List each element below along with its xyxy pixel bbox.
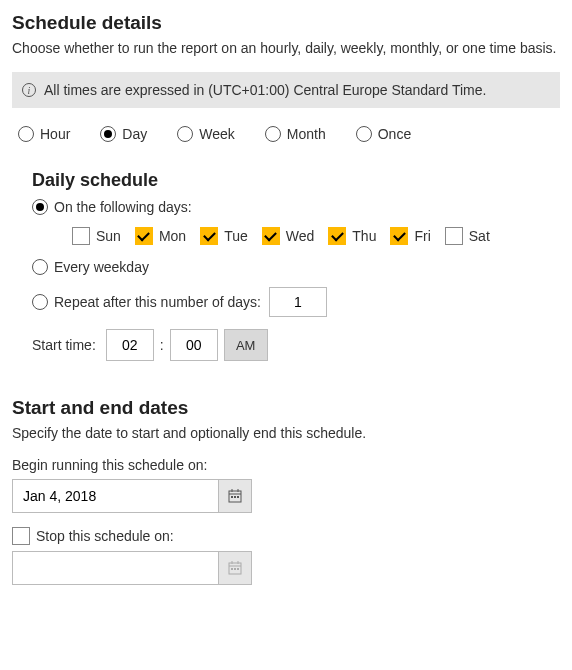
frequency-hour[interactable]: Hour xyxy=(18,126,70,142)
stop-date-field xyxy=(12,551,252,585)
frequency-radio-group: Hour Day Week Month Once xyxy=(12,126,560,142)
calendar-icon xyxy=(228,489,242,503)
repeat-days-input[interactable] xyxy=(269,287,327,317)
frequency-once[interactable]: Once xyxy=(356,126,411,142)
time-colon: : xyxy=(160,337,164,353)
day-sat-label: Sat xyxy=(469,228,490,244)
day-wed[interactable]: Wed xyxy=(262,227,315,245)
radio-icon xyxy=(100,126,116,142)
daily-schedule-section: Daily schedule On the following days: Su… xyxy=(12,170,560,361)
timezone-info-text: All times are expressed in (UTC+01:00) C… xyxy=(44,82,486,98)
start-end-dates-description: Specify the date to start and optionally… xyxy=(12,425,560,441)
svg-rect-13 xyxy=(237,568,239,570)
begin-date-field xyxy=(12,479,252,513)
day-wed-label: Wed xyxy=(286,228,315,244)
schedule-details-description: Choose whether to run the report on an h… xyxy=(12,40,560,56)
start-hour-input[interactable] xyxy=(106,329,154,361)
svg-rect-11 xyxy=(231,568,233,570)
checkbox-icon xyxy=(12,527,30,545)
daily-option-repeat-after[interactable]: Repeat after this number of days: xyxy=(32,294,261,310)
day-sat[interactable]: Sat xyxy=(445,227,490,245)
days-of-week-row: Sun Mon Tue Wed Thu Fri Sat xyxy=(32,227,560,245)
day-sun[interactable]: Sun xyxy=(72,227,121,245)
calendar-icon xyxy=(228,561,242,575)
schedule-details-heading: Schedule details xyxy=(12,12,560,34)
frequency-hour-label: Hour xyxy=(40,126,70,142)
day-thu[interactable]: Thu xyxy=(328,227,376,245)
frequency-month[interactable]: Month xyxy=(265,126,326,142)
checkbox-icon xyxy=(328,227,346,245)
daily-option-every-weekday-label: Every weekday xyxy=(54,259,149,275)
daily-schedule-heading: Daily schedule xyxy=(32,170,560,191)
stop-date-calendar-button xyxy=(218,551,252,585)
daily-option-every-weekday[interactable]: Every weekday xyxy=(32,259,149,275)
svg-rect-12 xyxy=(234,568,236,570)
start-time-label: Start time: xyxy=(32,337,96,353)
day-fri[interactable]: Fri xyxy=(390,227,430,245)
radio-icon xyxy=(32,259,48,275)
checkbox-icon xyxy=(262,227,280,245)
begin-date-calendar-button[interactable] xyxy=(218,479,252,513)
day-mon[interactable]: Mon xyxy=(135,227,186,245)
checkbox-icon xyxy=(390,227,408,245)
frequency-week[interactable]: Week xyxy=(177,126,235,142)
daily-option-following-days[interactable]: On the following days: xyxy=(32,199,192,215)
radio-icon xyxy=(356,126,372,142)
begin-date-input[interactable] xyxy=(12,479,218,513)
radio-icon xyxy=(265,126,281,142)
checkbox-icon xyxy=(445,227,463,245)
radio-icon xyxy=(32,199,48,215)
frequency-once-label: Once xyxy=(378,126,411,142)
start-end-dates-heading: Start and end dates xyxy=(12,397,560,419)
frequency-week-label: Week xyxy=(199,126,235,142)
day-tue-label: Tue xyxy=(224,228,248,244)
checkbox-icon xyxy=(135,227,153,245)
day-thu-label: Thu xyxy=(352,228,376,244)
info-icon: i xyxy=(22,83,36,97)
stop-date-input xyxy=(12,551,218,585)
day-fri-label: Fri xyxy=(414,228,430,244)
stop-schedule-checkbox[interactable]: Stop this schedule on: xyxy=(12,527,174,545)
checkbox-icon xyxy=(72,227,90,245)
stop-schedule-label: Stop this schedule on: xyxy=(36,528,174,544)
start-time-row: Start time: : AM xyxy=(32,329,560,361)
frequency-day[interactable]: Day xyxy=(100,126,147,142)
svg-rect-5 xyxy=(234,496,236,498)
begin-date-label: Begin running this schedule on: xyxy=(12,457,560,473)
radio-icon xyxy=(18,126,34,142)
ampm-toggle[interactable]: AM xyxy=(224,329,268,361)
radio-icon xyxy=(177,126,193,142)
frequency-month-label: Month xyxy=(287,126,326,142)
frequency-day-label: Day xyxy=(122,126,147,142)
daily-option-following-days-label: On the following days: xyxy=(54,199,192,215)
day-sun-label: Sun xyxy=(96,228,121,244)
start-minute-input[interactable] xyxy=(170,329,218,361)
svg-rect-6 xyxy=(237,496,239,498)
svg-rect-4 xyxy=(231,496,233,498)
checkbox-icon xyxy=(200,227,218,245)
timezone-info-bar: i All times are expressed in (UTC+01:00)… xyxy=(12,72,560,108)
day-mon-label: Mon xyxy=(159,228,186,244)
radio-icon xyxy=(32,294,48,310)
day-tue[interactable]: Tue xyxy=(200,227,248,245)
daily-option-repeat-after-label: Repeat after this number of days: xyxy=(54,294,261,310)
